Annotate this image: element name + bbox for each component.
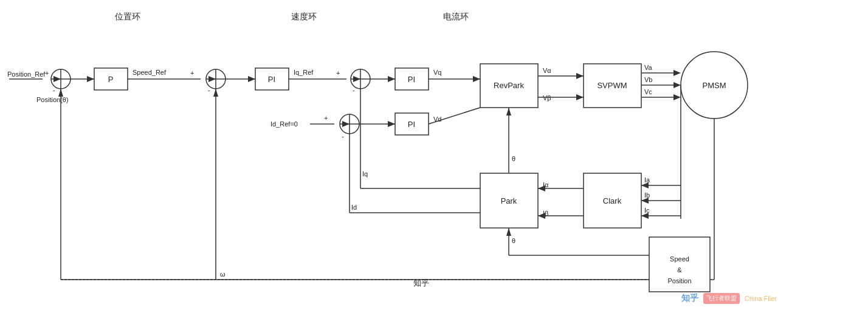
vq-label: Vq: [433, 69, 441, 76]
plus-sign-3: +: [336, 69, 340, 77]
speed-loop-label: 速度环: [291, 12, 317, 21]
plus-sign-2: +: [190, 69, 194, 77]
position-theta-label: Position(θ): [36, 96, 69, 103]
clark-label: Clark: [603, 196, 622, 205]
position-ref-label: Position_Ref: [7, 71, 46, 78]
theta-park-label: θ: [512, 237, 515, 244]
svg-marker-52: [248, 76, 255, 82]
svg-marker-58: [673, 70, 681, 76]
ic-in-label: Ic: [644, 207, 650, 214]
svg-marker-57: [576, 94, 584, 100]
revpark-label: RevPark: [494, 81, 524, 90]
plus-sign-1: +: [45, 69, 49, 77]
speed-position-label-2: &: [677, 266, 682, 274]
pi-iq-label: PI: [408, 75, 415, 84]
svg-marker-60: [673, 94, 681, 100]
speed-ref-label: Speed_Ref: [133, 69, 167, 76]
svg-marker-36: [506, 108, 511, 115]
speed-position-label-3: Position: [667, 277, 691, 284]
svg-marker-48: [58, 89, 63, 97]
current-loop-label: 电流环: [443, 12, 469, 21]
vb-out-label: Vb: [644, 76, 652, 83]
vb-label: Vβ: [543, 94, 551, 102]
minus-sign-1: -: [53, 86, 55, 94]
watermark-area: 知乎 飞行者联盟 China Flier: [681, 293, 777, 304]
va-out-label: Va: [644, 64, 653, 71]
omega-label: ω: [220, 270, 226, 278]
plus-sign-4: +: [324, 114, 328, 122]
svg-marker-39: [506, 228, 511, 236]
svg-marker-54: [388, 76, 395, 82]
p-block-label: P: [108, 75, 114, 84]
ia-in-label: Ia: [644, 176, 650, 184]
minus-sign-3: -: [353, 86, 355, 94]
position-loop-label: 位置环: [115, 12, 140, 21]
svpwm-label: SVPWM: [597, 81, 627, 90]
park-label: Park: [501, 196, 517, 205]
iq-ref-label: Iq_Ref: [294, 69, 314, 76]
watermark-badge: 飞行者联盟: [703, 293, 740, 304]
speed-position-label-1: Speed: [670, 255, 689, 263]
minus-sign-2: -: [208, 86, 210, 94]
watermark-china-flier: China Flier: [745, 295, 777, 302]
svg-marker-62: [388, 121, 395, 127]
svg-marker-56: [576, 73, 584, 79]
watermark-zhihu: 知乎: [413, 278, 429, 288]
id-label: Id: [351, 204, 357, 211]
id-ref-label: Id_Ref=0: [270, 120, 298, 128]
svg-marker-64: [538, 213, 545, 219]
iq-label: Iq: [362, 170, 368, 177]
ib-in-label: Ib: [644, 191, 650, 199]
va-label: Vα: [543, 67, 551, 74]
diagram-svg: 位置环 速度环 电流环 Position_Ref + - P Speed_Ref…: [0, 0, 868, 310]
minus-sign-4: -: [342, 133, 344, 140]
svg-marker-50: [87, 76, 94, 82]
svg-marker-42: [213, 89, 218, 97]
svg-marker-63: [538, 185, 545, 191]
pi-speed-label: PI: [268, 75, 275, 84]
watermark-zhihu-text: 知乎: [681, 293, 698, 304]
svg-marker-59: [673, 82, 681, 88]
pi-id-label: PI: [408, 120, 415, 129]
theta-revpark-label: θ: [512, 155, 515, 162]
svg-marker-55: [473, 76, 480, 82]
pmsm-label: PMSM: [703, 81, 726, 90]
vc-out-label: Vc: [644, 88, 652, 95]
